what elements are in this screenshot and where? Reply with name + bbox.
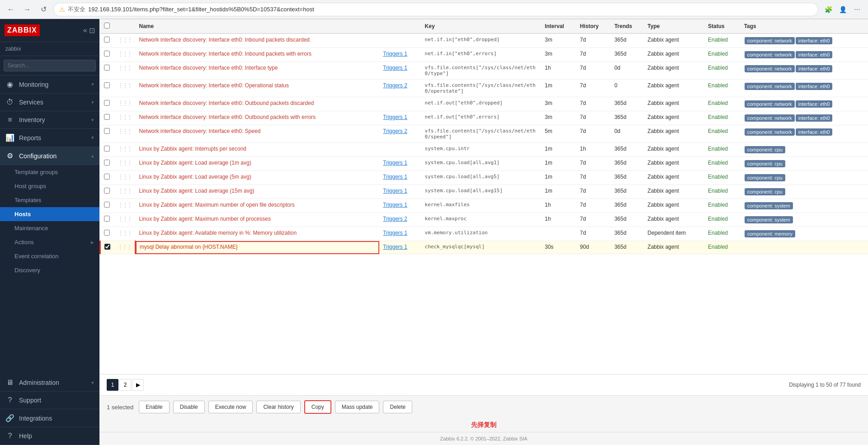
row-checkbox[interactable] xyxy=(104,188,110,194)
execute-now-button[interactable]: Execute now xyxy=(208,401,253,413)
sidebar-item-support[interactable]: ? Support xyxy=(0,392,99,409)
item-name-link[interactable]: Interface eth0: Outbound packets discard… xyxy=(209,100,314,106)
drag-handle[interactable]: ⋮⋮⋮ xyxy=(114,213,136,227)
key-header[interactable]: Key xyxy=(421,19,541,34)
sidebar-item-help[interactable]: ? Help xyxy=(0,427,99,445)
item-name-link[interactable]: Interface eth0: Outbound packets with er… xyxy=(209,114,316,120)
history-header[interactable]: History xyxy=(576,19,611,34)
sidebar-item-administration[interactable]: 🖥 Administration ▾ xyxy=(0,374,99,392)
drag-handle[interactable]: ⋮⋮⋮ xyxy=(114,157,136,171)
page-1-button[interactable]: 1 xyxy=(107,379,118,391)
triggers-link[interactable]: Triggers 2 xyxy=(383,82,407,89)
drag-handle[interactable]: ⋮⋮⋮ xyxy=(114,80,136,97)
triggers-link[interactable]: Triggers 1 xyxy=(383,174,407,180)
triggers-link[interactable]: Triggers 1 xyxy=(383,51,407,57)
item-name-link[interactable]: Maximum number of open file descriptors xyxy=(195,202,295,208)
extensions-button[interactable]: 🧩 xyxy=(822,3,835,16)
sidebar-item-configuration[interactable]: ⚙ Configuration ▴ xyxy=(0,147,99,165)
sidebar-search-input[interactable] xyxy=(4,60,96,71)
sidebar-item-integrations[interactable]: 🔗 Integrations xyxy=(0,409,99,427)
sidebar-item-maintenance[interactable]: Maintenance xyxy=(0,221,99,235)
item-name-link[interactable]: Interface eth0: Inbound packets with err… xyxy=(209,51,311,57)
triggers-link[interactable]: Triggers 2 xyxy=(383,216,407,222)
item-name-link[interactable]: mysql Delay abnormal on {HOST.NAME} xyxy=(140,244,238,250)
drag-handle[interactable]: ⋮⋮⋮ xyxy=(114,33,136,48)
triggers-link[interactable]: Triggers 1 xyxy=(383,65,407,71)
row-checkbox[interactable] xyxy=(104,230,110,236)
interval-header[interactable]: Interval xyxy=(541,19,576,34)
sidebar-item-monitoring[interactable]: ◉ Monitoring ▾ xyxy=(0,76,99,94)
drag-handle[interactable]: ⋮⋮⋮ xyxy=(114,48,136,62)
name-header[interactable]: Name xyxy=(136,19,380,34)
trends-header[interactable]: Trends xyxy=(611,19,644,34)
sidebar-item-services[interactable]: ⏱ Services ▾ xyxy=(0,94,99,111)
refresh-button[interactable]: ↺ xyxy=(37,3,50,16)
sidebar-item-actions[interactable]: Actions ▸ xyxy=(0,235,99,249)
drag-handle[interactable]: ⋮⋮⋮ xyxy=(114,62,136,80)
drag-handle[interactable]: ⋮⋮⋮ xyxy=(114,199,136,213)
sidebar-item-templates[interactable]: Templates xyxy=(0,193,99,207)
drag-handle[interactable]: ⋮⋮⋮ xyxy=(114,227,136,241)
sidebar-item-inventory[interactable]: ≡ Inventory ▾ xyxy=(0,111,99,129)
select-all-header[interactable] xyxy=(100,19,114,34)
triggers-link[interactable]: Triggers 2 xyxy=(383,128,407,134)
row-checkbox[interactable] xyxy=(104,174,110,180)
item-name-link[interactable]: Maximum number of processes xyxy=(195,216,271,222)
enable-button[interactable]: Enable xyxy=(139,401,169,413)
tags-header[interactable]: Tags xyxy=(741,19,868,34)
sidebar-item-event-correlation[interactable]: Event correlation xyxy=(0,249,99,263)
item-name-link[interactable]: Interface eth0: Interface type xyxy=(209,65,278,71)
expand-window-button[interactable]: ⊡ xyxy=(89,26,95,35)
more-button[interactable]: ⋯ xyxy=(851,3,863,16)
row-checkbox[interactable] xyxy=(104,160,110,166)
row-checkbox[interactable] xyxy=(104,82,110,88)
item-name-link[interactable]: Available memory in %: Memory utilizatio… xyxy=(195,230,297,236)
mass-update-button[interactable]: Mass update xyxy=(335,401,380,413)
clear-history-button[interactable]: Clear history xyxy=(256,401,300,413)
row-checkbox[interactable] xyxy=(104,114,110,120)
profile-button[interactable]: 👤 xyxy=(836,3,849,16)
row-checkbox[interactable] xyxy=(104,51,110,57)
drag-handle[interactable]: ⋮⋮⋮ xyxy=(114,143,136,157)
triggers-link[interactable]: Triggers 1 xyxy=(383,160,407,166)
drag-handle[interactable]: ⋮⋮⋮ xyxy=(114,125,136,143)
item-name-link[interactable]: Interface eth0: Operational status xyxy=(209,82,289,89)
page-next-button[interactable]: ▶ xyxy=(132,379,144,391)
item-name-link[interactable]: Interface eth0: Inbound packets discarde… xyxy=(209,37,310,43)
sidebar-item-host-groups[interactable]: Host groups xyxy=(0,179,99,193)
drag-handle[interactable]: ⋮⋮⋮ xyxy=(114,241,136,254)
item-name-link[interactable]: Load average (15m avg) xyxy=(195,188,255,194)
type-header[interactable]: Type xyxy=(644,19,704,34)
disable-button[interactable]: Disable xyxy=(173,401,205,413)
drag-handle[interactable]: ⋮⋮⋮ xyxy=(114,185,136,199)
row-checkbox[interactable] xyxy=(104,65,110,71)
triggers-link[interactable]: Triggers 1 xyxy=(383,114,407,120)
item-name-link[interactable]: Load average (1m avg) xyxy=(195,160,251,166)
select-all-checkbox[interactable] xyxy=(104,23,110,28)
row-checkbox[interactable] xyxy=(104,128,110,134)
sidebar-item-discovery[interactable]: Discovery xyxy=(0,263,99,277)
row-checkbox[interactable] xyxy=(104,244,110,250)
sidebar-item-hosts[interactable]: Hosts xyxy=(0,207,99,221)
url-bar[interactable]: ⚠ 不安全 192.168.159.101/items.php?filter_s… xyxy=(53,3,818,16)
row-checkbox[interactable] xyxy=(104,37,110,43)
sidebar-item-reports[interactable]: 📊 Reports ▾ xyxy=(0,129,99,147)
triggers-link[interactable]: Triggers 1 xyxy=(383,202,407,208)
triggers-link[interactable]: Triggers 1 xyxy=(383,244,407,250)
drag-handle[interactable]: ⋮⋮⋮ xyxy=(114,111,136,125)
item-name-link[interactable]: Interrupts per second xyxy=(195,146,246,152)
back-button[interactable]: ← xyxy=(5,3,17,16)
copy-button[interactable]: Copy xyxy=(304,400,331,414)
triggers-link[interactable]: Triggers 1 xyxy=(383,188,407,194)
row-checkbox[interactable] xyxy=(104,202,110,208)
item-name-link[interactable]: Load average (5m avg) xyxy=(195,174,251,180)
row-checkbox[interactable] xyxy=(104,146,110,151)
drag-handle[interactable]: ⋮⋮⋮ xyxy=(114,97,136,111)
status-header[interactable]: Status xyxy=(704,19,741,34)
delete-button[interactable]: Delete xyxy=(383,401,412,413)
row-checkbox[interactable] xyxy=(104,216,110,222)
drag-handle[interactable]: ⋮⋮⋮ xyxy=(114,171,136,185)
page-2-button[interactable]: 2 xyxy=(119,379,131,391)
collapse-sidebar-button[interactable]: « xyxy=(83,26,87,35)
row-checkbox[interactable] xyxy=(104,100,110,106)
